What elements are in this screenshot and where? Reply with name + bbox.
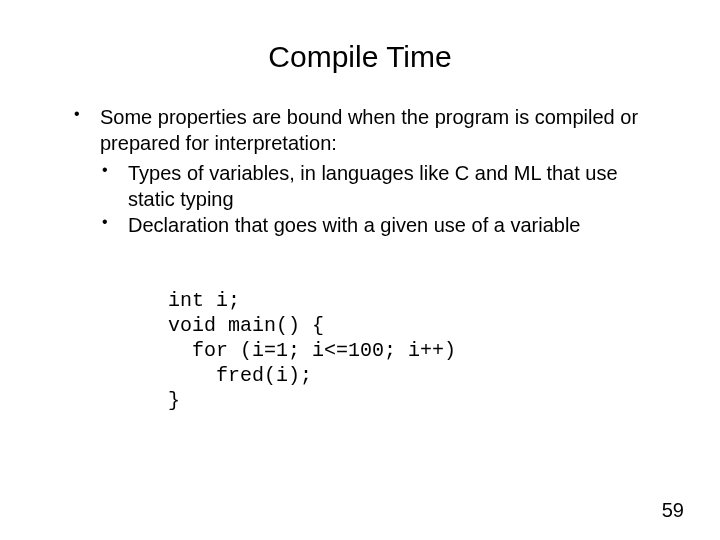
bullet-list: Some properties are bound when the progr… (60, 104, 660, 238)
page-number: 59 (662, 499, 684, 522)
bullet-lead-text: Some properties are bound when the progr… (100, 106, 638, 154)
slide: Compile Time Some properties are bound w… (0, 0, 720, 540)
sub-bullet-item: Types of variables, in languages like C … (100, 160, 660, 212)
sub-bullet-list: Types of variables, in languages like C … (100, 160, 660, 238)
sub-bullet-item: Declaration that goes with a given use o… (100, 212, 660, 238)
bullet-item: Some properties are bound when the progr… (72, 104, 660, 238)
code-snippet: int i; void main() { for (i=1; i<=100; i… (168, 288, 660, 413)
slide-title: Compile Time (60, 40, 660, 74)
